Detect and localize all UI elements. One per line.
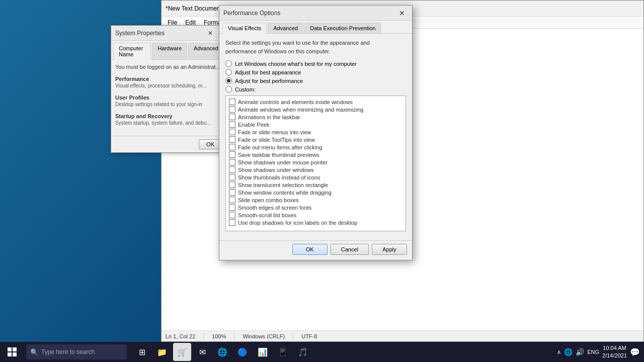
checkbox-input-11[interactable] xyxy=(229,182,235,188)
radio-best-performance[interactable]: Adjust for best performance xyxy=(225,77,406,84)
checkbox-label-6: Fade out menu items after clicking xyxy=(238,144,323,150)
radio-best-performance-input[interactable] xyxy=(225,77,232,84)
checkbox-label-2: Animations in the taskbar xyxy=(238,114,300,120)
tab-hardware[interactable]: Hardware xyxy=(152,43,187,59)
checkbox-item-5[interactable]: Fade or slide ToolTips into view xyxy=(227,136,405,143)
checkbox-item-8[interactable]: Show shadows under mouse pointer xyxy=(227,158,405,166)
checkbox-item-2[interactable]: Animations in the taskbar xyxy=(227,113,405,121)
checkbox-label-8: Show shadows under mouse pointer xyxy=(238,159,328,165)
taskbar-clock[interactable]: 10:04 AM 2/14/2021 xyxy=(602,344,627,360)
perf-close-button[interactable]: ✕ xyxy=(396,8,408,19)
radio-custom-input[interactable] xyxy=(225,86,232,93)
svg-rect-2 xyxy=(8,352,12,356)
taskbar-network-icon[interactable]: 🌐 xyxy=(564,348,573,356)
svg-rect-1 xyxy=(13,347,17,351)
checkbox-input-0[interactable] xyxy=(229,99,235,105)
sysprops-admin-note: You must be logged on as an Administrat.… xyxy=(115,64,222,70)
checkbox-input-3[interactable] xyxy=(229,121,235,128)
language-indicator[interactable]: ENG xyxy=(587,349,599,355)
sysprops-startup-recovery: Startup and Recovery System startup, sys… xyxy=(115,113,222,126)
checkbox-item-15[interactable]: Smooth-scroll list boxes xyxy=(227,211,405,219)
radio-custom[interactable]: Custom: xyxy=(225,86,406,93)
checkbox-item-6[interactable]: Fade out menu items after clicking xyxy=(227,143,405,151)
checkbox-input-8[interactable] xyxy=(229,159,235,165)
checkbox-item-12[interactable]: Show window contents while dragging xyxy=(227,189,405,196)
checkbox-input-7[interactable] xyxy=(229,151,235,158)
performance-section-title: Performance xyxy=(115,76,222,82)
taskbar-search-box[interactable]: 🔍 Type here to search xyxy=(26,344,127,359)
checkbox-input-14[interactable] xyxy=(229,204,235,211)
checkbox-label-13: Slide open combo boxes xyxy=(238,197,298,203)
search-placeholder: Type here to search xyxy=(41,348,95,355)
perf-apply-button[interactable]: Apply xyxy=(372,244,407,255)
taskbar-store-button[interactable]: 🛒 xyxy=(173,343,191,361)
checkbox-input-15[interactable] xyxy=(229,212,235,218)
radio-let-windows-choose[interactable]: Let Windows choose what's best for my co… xyxy=(225,60,406,67)
radio-let-windows-choose-input[interactable] xyxy=(225,60,232,67)
checkbox-input-2[interactable] xyxy=(229,114,235,120)
taskbar-edge-button[interactable]: 🌐 xyxy=(213,343,231,361)
perf-ok-button[interactable]: OK xyxy=(292,244,328,255)
system-properties-window: System Properties ✕ Computer Name Hardwa… xyxy=(111,25,226,153)
checkbox-item-11[interactable]: Show translucent selection rectangle xyxy=(227,181,405,189)
checkbox-label-9: Show shadows under windows xyxy=(238,167,313,173)
radio-best-performance-label: Adjust for best performance xyxy=(235,78,303,84)
checkbox-input-5[interactable] xyxy=(229,136,235,143)
checkbox-item-13[interactable]: Slide open combo boxes xyxy=(227,196,405,204)
admin-note-text: You must be logged on as an Administrat.… xyxy=(115,64,220,70)
tab-data-execution-prevention[interactable]: Data Execution Prevention xyxy=(304,23,381,33)
checkbox-label-11: Show translucent selection rectangle xyxy=(238,182,328,188)
status-zoom: 100% xyxy=(212,333,226,339)
perf-titlebar: Performance Options ✕ xyxy=(219,6,412,21)
taskbar-app2-button[interactable]: 📱 xyxy=(274,343,292,361)
checkbox-item-9[interactable]: Show shadows under windows xyxy=(227,166,405,173)
checkbox-input-6[interactable] xyxy=(229,144,235,150)
checkbox-input-4[interactable] xyxy=(229,129,235,135)
checkbox-item-7[interactable]: Save taskbar thumbnail previews xyxy=(227,151,405,158)
desktop: *New Text Document - Notepad — ❐ ✕ File … xyxy=(0,0,644,362)
checkbox-label-15: Smooth-scroll list boxes xyxy=(238,212,296,218)
checkbox-item-3[interactable]: Enable Peek xyxy=(227,121,405,128)
radio-best-appearance[interactable]: Adjust for best appearance xyxy=(225,69,406,75)
sysprops-buttons: OK xyxy=(111,136,226,152)
tab-computer-name[interactable]: Computer Name xyxy=(113,43,151,60)
perf-body: Select the settings you want to use for … xyxy=(219,34,412,240)
taskbar-file-explorer-button[interactable]: 📁 xyxy=(153,343,171,361)
checkbox-input-13[interactable] xyxy=(229,197,235,203)
startup-recovery-text: System startup, system failure, and debu… xyxy=(115,120,222,126)
checkbox-input-12[interactable] xyxy=(229,189,235,196)
taskbar-mail-button[interactable]: ✉ xyxy=(193,343,211,361)
status-separator-3 xyxy=(293,333,293,340)
taskbar-app1-button[interactable]: 📊 xyxy=(254,343,272,361)
taskbar-notification-icon[interactable]: 💬 xyxy=(630,347,640,357)
taskbar-app3-button[interactable]: 🎵 xyxy=(294,343,312,361)
taskbar-chevron-icon[interactable]: ∧ xyxy=(557,349,561,355)
start-button[interactable] xyxy=(0,342,24,362)
checkbox-item-16[interactable]: Use drop shadows for icon labels on the … xyxy=(227,219,405,226)
checkbox-label-16: Use drop shadows for icon labels on the … xyxy=(238,220,357,226)
checkbox-item-10[interactable]: Show thumbnails instead of icons xyxy=(227,173,405,181)
status-position: Ln 1, Col 22 xyxy=(166,333,195,339)
visual-effects-radio-group: Let Windows choose what's best for my co… xyxy=(225,60,406,93)
checkbox-input-10[interactable] xyxy=(229,174,235,180)
checkbox-item-1[interactable]: Animate windows when minimizing and maxi… xyxy=(227,106,405,113)
checkbox-item-14[interactable]: Smooth edges of screen fonts xyxy=(227,204,405,211)
tab-visual-effects[interactable]: Visual Effects xyxy=(222,23,267,34)
radio-best-appearance-input[interactable] xyxy=(225,69,232,75)
taskbar-date-display: 2/14/2021 xyxy=(602,352,627,359)
checkbox-item-0[interactable]: Animate controls and elements inside win… xyxy=(227,98,405,106)
taskbar-chrome-button[interactable]: 🔵 xyxy=(233,343,252,361)
checkbox-item-4[interactable]: Fade or slide menus into view xyxy=(227,128,405,136)
checkbox-input-1[interactable] xyxy=(229,106,235,113)
perf-dialog-title: Performance Options xyxy=(223,10,396,17)
user-profiles-title: User Profiles xyxy=(115,95,222,101)
tab-advanced[interactable]: Advanced xyxy=(268,23,303,33)
perf-cancel-button[interactable]: Cancel xyxy=(331,244,369,255)
taskbar-task-view-button[interactable]: ⊞ xyxy=(133,343,151,361)
visual-effects-checkbox-list[interactable]: Animate controls and elements inside win… xyxy=(225,96,406,231)
sysprops-performance: Performance Visual effects, processor sc… xyxy=(115,76,222,88)
perf-tabs: Visual Effects Advanced Data Execution P… xyxy=(219,21,412,34)
taskbar-volume-icon[interactable]: 🔊 xyxy=(576,348,584,356)
checkbox-input-9[interactable] xyxy=(229,166,235,173)
checkbox-input-16[interactable] xyxy=(229,219,235,226)
